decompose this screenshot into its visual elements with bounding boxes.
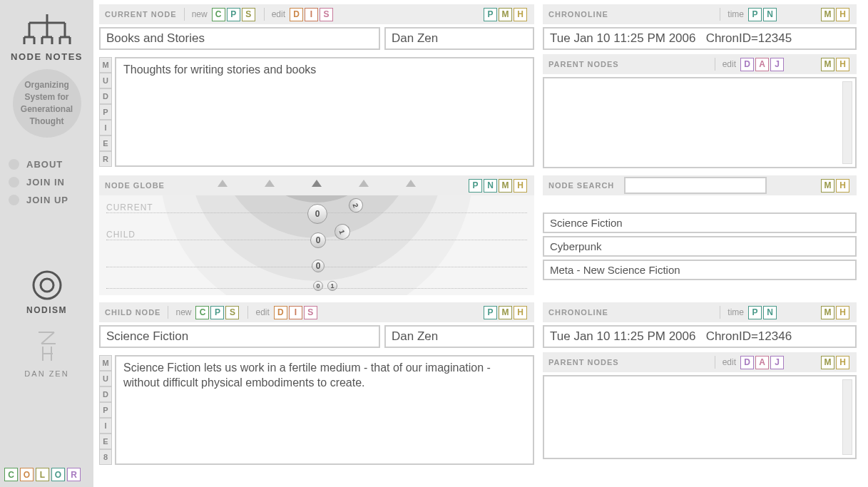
- new-s-chip[interactable]: S: [225, 306, 239, 319]
- d-vchip[interactable]: D: [99, 88, 112, 104]
- child-author-input[interactable]: [384, 325, 534, 348]
- time-n-chip[interactable]: N: [763, 8, 777, 21]
- edit-i-chip[interactable]: I: [289, 306, 302, 319]
- h-chip[interactable]: H: [836, 306, 849, 319]
- m-chip[interactable]: M: [821, 306, 834, 319]
- color-chip-o[interactable]: O: [20, 468, 34, 481]
- node-globe[interactable]: CURRENT CHILD 0 0 0 0 1 2 1: [99, 195, 534, 295]
- danzen-block[interactable]: DAN ZEN: [0, 328, 93, 378]
- menu-join-up[interactable]: JOIN UP: [9, 195, 93, 205]
- d-vchip[interactable]: D: [99, 386, 112, 402]
- chrono2-input[interactable]: [543, 325, 857, 348]
- current-author-input[interactable]: [384, 27, 534, 50]
- edit-a-chip[interactable]: A: [755, 58, 769, 71]
- nodism-block[interactable]: NODISM: [0, 270, 93, 315]
- child-notes[interactable]: [115, 355, 534, 465]
- globe-node[interactable]: 0: [312, 260, 325, 272]
- logo-icon: [0, 13, 93, 48]
- h-chip[interactable]: H: [836, 356, 849, 369]
- child-node-bar: CHILD NODE new C P S edit D I S P M H: [99, 302, 534, 322]
- edit-i-chip[interactable]: I: [305, 8, 318, 21]
- color-chip-r[interactable]: R: [67, 468, 81, 481]
- i-vchip[interactable]: I: [99, 418, 112, 434]
- p-chip[interactable]: P: [484, 8, 497, 21]
- p-chip[interactable]: P: [484, 306, 497, 319]
- color-chips: C O L O R: [4, 468, 81, 481]
- color-chip-l[interactable]: L: [36, 468, 49, 481]
- tagline: Organizing System for Generational Thoug…: [13, 69, 81, 138]
- globe-arrows: [99, 180, 534, 187]
- edit-d-chip[interactable]: D: [740, 58, 754, 71]
- search-input[interactable]: [624, 177, 767, 194]
- e-vchip[interactable]: E: [99, 434, 112, 449]
- up-arrow-icon[interactable]: [406, 180, 416, 187]
- m-chip[interactable]: M: [821, 356, 834, 369]
- search-result[interactable]: Cyberpunk: [543, 236, 857, 257]
- globe-node[interactable]: 0: [310, 232, 326, 248]
- u-vchip[interactable]: U: [99, 73, 112, 88]
- edit-d-chip[interactable]: D: [274, 306, 287, 319]
- current-title-input[interactable]: [99, 27, 380, 50]
- child-title-input[interactable]: [99, 325, 380, 348]
- search-result[interactable]: Meta - New Science Fiction: [543, 260, 857, 280]
- bullet-icon: [9, 177, 19, 188]
- color-chip-c[interactable]: C: [4, 468, 18, 481]
- chrono1-input[interactable]: [543, 27, 857, 50]
- svg-point-15: [41, 279, 53, 292]
- search-result[interactable]: Science Fiction: [543, 212, 857, 233]
- m-chip[interactable]: M: [821, 8, 834, 21]
- danzen-icon: [33, 328, 61, 364]
- new-s-chip[interactable]: S: [242, 8, 255, 21]
- 8-vchip[interactable]: 8: [99, 449, 112, 465]
- time-p-chip[interactable]: P: [748, 8, 762, 21]
- p-vchip[interactable]: P: [99, 104, 112, 120]
- up-arrow-icon[interactable]: [312, 180, 322, 187]
- up-arrow-icon[interactable]: [359, 180, 369, 187]
- m-chip[interactable]: M: [499, 8, 512, 21]
- h-chip[interactable]: H: [514, 306, 527, 319]
- m-chip[interactable]: M: [821, 58, 834, 71]
- edit-d-chip[interactable]: D: [290, 8, 303, 21]
- menu-join-in[interactable]: JOIN IN: [9, 177, 93, 188]
- edit-s-chip[interactable]: S: [320, 8, 333, 21]
- new-c-chip[interactable]: C: [212, 8, 225, 21]
- h-chip[interactable]: H: [836, 179, 849, 193]
- m-vchip[interactable]: M: [99, 355, 112, 371]
- current-notes[interactable]: [115, 57, 534, 167]
- parent-nodes-bar: PARENT NODES edit D A J M H: [543, 54, 857, 74]
- p-vchip[interactable]: P: [99, 402, 112, 418]
- h-chip[interactable]: H: [836, 58, 849, 71]
- time-p-chip[interactable]: P: [748, 306, 762, 319]
- edit-s-chip[interactable]: S: [304, 306, 317, 319]
- color-chip-o2[interactable]: O: [51, 468, 65, 481]
- new-c-chip[interactable]: C: [195, 306, 209, 319]
- edit-d-chip[interactable]: D: [740, 356, 754, 369]
- globe-node[interactable]: 1: [327, 281, 337, 291]
- h-chip[interactable]: H: [514, 8, 527, 21]
- node-search-bar: NODE SEARCH M H: [543, 175, 857, 195]
- globe-node[interactable]: 0: [307, 204, 327, 224]
- up-arrow-icon[interactable]: [265, 180, 275, 187]
- m-chip[interactable]: M: [499, 306, 512, 319]
- menu-about[interactable]: ABOUT: [9, 159, 93, 170]
- time-n-chip[interactable]: N: [763, 306, 777, 319]
- new-p-chip[interactable]: P: [227, 8, 240, 21]
- bullet-icon: [9, 159, 19, 170]
- parent-nodes2-list[interactable]: [543, 375, 857, 459]
- edit-a-chip[interactable]: A: [755, 356, 769, 369]
- m-vchip[interactable]: M: [99, 57, 112, 73]
- globe-node[interactable]: 0: [313, 281, 323, 291]
- up-arrow-icon[interactable]: [218, 180, 228, 187]
- app-title: NODE NOTES: [0, 51, 93, 62]
- r-vchip[interactable]: R: [99, 151, 112, 167]
- h-chip[interactable]: H: [836, 8, 849, 21]
- u-vchip[interactable]: U: [99, 371, 112, 386]
- new-p-chip[interactable]: P: [210, 306, 224, 319]
- e-vchip[interactable]: E: [99, 135, 112, 151]
- main: CURRENT NODE new C P S edit D I S P M H …: [93, 0, 868, 487]
- parent-nodes-list[interactable]: [543, 77, 857, 168]
- edit-j-chip[interactable]: J: [770, 356, 784, 369]
- i-vchip[interactable]: I: [99, 120, 112, 135]
- m-chip[interactable]: M: [821, 179, 834, 193]
- edit-j-chip[interactable]: J: [770, 58, 784, 71]
